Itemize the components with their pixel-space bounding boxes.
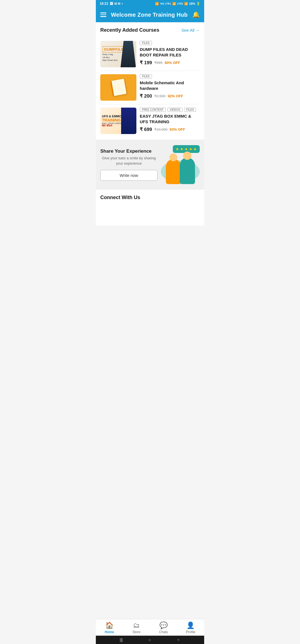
price-original-2: ₹2,500 xyxy=(154,94,166,98)
star-1: ★ xyxy=(176,147,179,151)
course-thumbnail-2 xyxy=(100,74,136,101)
time: 16:21 xyxy=(100,2,108,6)
hindi-label: हिंदी वीडियो xyxy=(102,124,112,127)
tag-files-3: FILES xyxy=(184,108,196,112)
notification-bell-icon[interactable]: 🔔 xyxy=(192,11,200,18)
star-3: ★ xyxy=(184,147,188,151)
header-title: Welcome Zone Training Hub xyxy=(111,12,188,18)
book-icon xyxy=(110,79,127,96)
lte2-text: LTE2 xyxy=(177,2,183,5)
dump-subtitle: Easy J-tagUfi BoxMipi Tester Box xyxy=(102,53,118,62)
price-current-2: ₹ 200 xyxy=(140,93,152,99)
main-content: Recently Added Courses See All → DUMPFIL… xyxy=(96,22,204,226)
price-row-2: ₹ 200 ₹2,500 92% OFF xyxy=(140,93,200,99)
person1-figure xyxy=(166,159,181,184)
course-card-2[interactable]: FILES Mobile Schematic And hardware ₹ 20… xyxy=(100,71,200,104)
lte1-text: LTE1 xyxy=(165,2,171,5)
price-current-3: ₹ 699 xyxy=(140,127,152,132)
course-tags-3: FREE CONTENT VIDEOS FILES xyxy=(140,108,200,112)
people-illustration xyxy=(161,153,200,184)
course-tags-1: FILES xyxy=(140,41,200,45)
price-row-3: ₹ 699 ₹10,000 93% OFF xyxy=(140,127,200,132)
signal2-icon: 📶 xyxy=(172,2,176,6)
share-illustration: ★ ★ ★ ★ ★ xyxy=(161,145,200,184)
signal-text: Vo) xyxy=(160,2,164,5)
easy-label: EASY JTAGPLUSBOX xyxy=(102,122,122,124)
star-4: ★ xyxy=(189,147,192,151)
course-name-3: EASY JTAG BOX EMMC & UFS TRAINING xyxy=(140,113,200,124)
connect-section: Connect With Us xyxy=(96,190,204,203)
price-discount-3: 93% OFF xyxy=(170,127,185,132)
gallery-icon: 🖼 xyxy=(110,2,113,6)
section-title: Recently Added Courses xyxy=(100,27,159,33)
price-discount-1: 80% OFF xyxy=(165,61,180,65)
course-card-1[interactable]: DUMPFILES Easy J-tagUfi BoxMipi Tester B… xyxy=(100,38,200,71)
tag-files-1: FILES xyxy=(140,41,152,45)
gmail-icon: M M xyxy=(114,2,120,5)
tag-videos: VIDEOS xyxy=(168,108,182,112)
tag-files-2: FILES xyxy=(140,74,152,78)
course-name-2: Mobile Schematic And hardware xyxy=(140,80,200,91)
status-bar: 16:21 🖼 M M • 📶 Vo) LTE1 📶 LTE2 📶 18% 🔋 xyxy=(96,0,204,7)
write-now-button[interactable]: Write now xyxy=(100,170,158,181)
star-5-half: ★ xyxy=(193,147,197,151)
tag-free: FREE CONTENT xyxy=(140,108,166,112)
course-info-3: FREE CONTENT VIDEOS FILES EASY JTAG BOX … xyxy=(140,108,200,132)
share-left: Share Your Experience Give your tutor a … xyxy=(100,148,158,180)
battery-icon: 🔋 xyxy=(196,2,200,6)
status-right: 📶 Vo) LTE1 📶 LTE2 📶 18% 🔋 xyxy=(155,2,200,6)
wifi-icon: 📶 xyxy=(155,2,159,6)
see-all-link[interactable]: See All → xyxy=(181,28,200,33)
course-name-1: DUMP FILES AND DEAD BOOT REPAIR FILES xyxy=(140,47,200,58)
price-discount-2: 92% OFF xyxy=(168,94,183,98)
recently-added-section: Recently Added Courses See All → DUMPFIL… xyxy=(96,22,204,137)
price-current-1: ₹ 199 xyxy=(140,60,152,66)
share-description: Give your tutor a smile by sharing your … xyxy=(100,156,158,166)
price-row-1: ₹ 199 ₹999 80% OFF xyxy=(140,60,200,66)
battery-percent: 18% xyxy=(189,2,195,5)
course-thumbnail-1: DUMPFILES Easy J-tagUfi BoxMipi Tester B… xyxy=(100,41,136,67)
course-card-3[interactable]: UFS & EMMC TRAINING EASY JTAGPLUSBOX हिं… xyxy=(100,104,200,137)
share-title: Share Your Experience xyxy=(100,148,158,154)
dark-panel xyxy=(121,108,136,134)
connect-title: Connect With Us xyxy=(100,195,200,200)
star-2: ★ xyxy=(180,147,184,151)
course-info-1: FILES DUMP FILES AND DEAD BOOT REPAIR FI… xyxy=(140,41,200,66)
share-section: Share Your Experience Give your tutor a … xyxy=(96,140,204,190)
dot-indicator: • xyxy=(122,2,123,6)
course-tags-2: FILES xyxy=(140,74,200,78)
training-label: TRAINING xyxy=(102,118,121,122)
signal3-icon: 📶 xyxy=(184,2,188,6)
course-info-2: FILES Mobile Schematic And hardware ₹ 20… xyxy=(140,74,200,99)
status-left: 16:21 🖼 M M • xyxy=(100,2,123,6)
price-original-3: ₹10,000 xyxy=(154,127,168,132)
section-header: Recently Added Courses See All → xyxy=(100,27,200,33)
person2-figure xyxy=(180,158,195,184)
person-silhouette xyxy=(121,41,136,67)
price-original-1: ₹999 xyxy=(154,61,162,65)
header: Welcome Zone Training Hub 🔔 xyxy=(96,7,204,22)
hamburger-menu[interactable] xyxy=(100,13,106,17)
course-thumbnail-3: UFS & EMMC TRAINING EASY JTAGPLUSBOX हिं… xyxy=(100,108,136,134)
ufs-label: UFS & EMMC xyxy=(102,115,121,118)
